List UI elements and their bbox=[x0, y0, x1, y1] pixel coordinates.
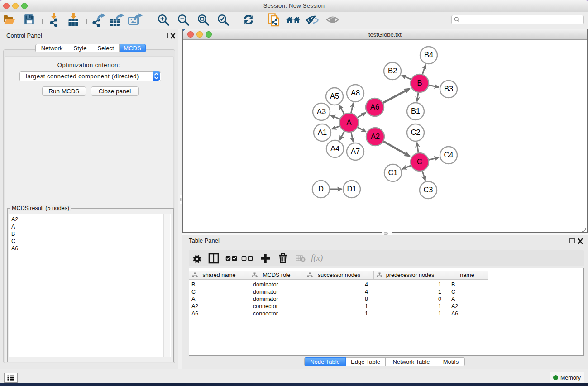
svg-text:D1: D1 bbox=[347, 185, 356, 193]
svg-text:B1: B1 bbox=[411, 107, 420, 115]
svg-text:A8: A8 bbox=[351, 89, 360, 97]
svg-text:D: D bbox=[318, 185, 324, 193]
svg-text:C4: C4 bbox=[444, 151, 453, 159]
svg-text:C2: C2 bbox=[411, 128, 420, 136]
svg-text:A1: A1 bbox=[318, 128, 327, 136]
svg-text:C3: C3 bbox=[423, 186, 433, 194]
svg-text:A: A bbox=[346, 118, 351, 126]
svg-text:A3: A3 bbox=[317, 107, 326, 115]
svg-text:B2: B2 bbox=[388, 67, 397, 75]
svg-text:A6: A6 bbox=[370, 103, 379, 111]
svg-text:A7: A7 bbox=[351, 147, 360, 155]
svg-text:C: C bbox=[417, 157, 422, 166]
svg-text:C1: C1 bbox=[388, 168, 397, 176]
svg-text:B3: B3 bbox=[444, 85, 453, 93]
svg-text:B: B bbox=[417, 79, 422, 87]
svg-text:B4: B4 bbox=[424, 51, 433, 59]
svg-text:A5: A5 bbox=[330, 92, 339, 100]
svg-text:A2: A2 bbox=[371, 132, 380, 140]
svg-text:A4: A4 bbox=[330, 144, 339, 152]
